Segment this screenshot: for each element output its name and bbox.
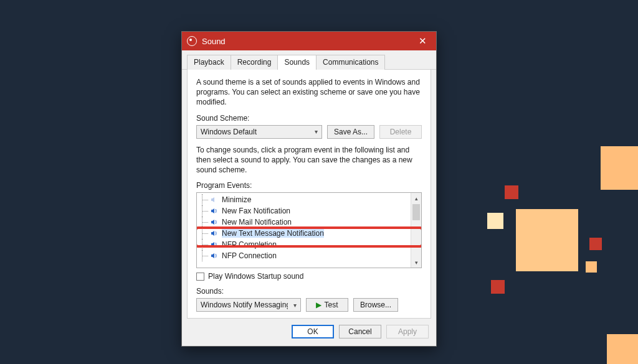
chevron-down-icon: ▾ xyxy=(293,302,297,309)
theme-description: A sound theme is a set of sounds applied… xyxy=(196,77,422,108)
button-label: Save As... xyxy=(334,128,368,136)
button-label: Browse... xyxy=(360,301,391,309)
decorative-square xyxy=(505,185,518,199)
list-item[interactable]: NFP Connection xyxy=(197,250,411,261)
scroll-up-button[interactable]: ▴ xyxy=(411,193,421,203)
button-label: Delete xyxy=(390,128,412,136)
event-label: NFP Connection xyxy=(222,251,277,260)
speaker-icon xyxy=(211,207,218,215)
decorative-square xyxy=(589,238,602,250)
button-label: Cancel xyxy=(348,327,371,336)
scheme-label: Sound Scheme: xyxy=(196,114,422,123)
scroll-thumb[interactable] xyxy=(412,204,420,220)
tab-body-sounds: A sound theme is a set of sounds applied… xyxy=(187,70,431,319)
speaker-muted-icon xyxy=(211,196,218,203)
close-button[interactable]: ✕ xyxy=(409,32,436,50)
tab-label: Communications xyxy=(323,58,378,67)
sound-file-value: Windows Notify Messaging.wav xyxy=(201,301,288,309)
sounds-label: Sounds: xyxy=(196,287,422,296)
tab-label: Sounds xyxy=(284,58,310,67)
event-label: Minimize xyxy=(222,195,251,204)
save-as-button[interactable]: Save As... xyxy=(327,125,374,139)
list-item[interactable]: Minimize xyxy=(197,194,411,205)
titlebar[interactable]: Sound ✕ xyxy=(182,32,436,50)
sound-file-combo[interactable]: Windows Notify Messaging.wav ▾ xyxy=(196,298,301,312)
tabstrip: Playback Recording Sounds Communications xyxy=(182,50,436,70)
button-label: Apply xyxy=(398,327,417,336)
app-icon xyxy=(187,36,197,46)
scheme-value: Windows Default xyxy=(201,128,257,136)
dialog-footer: OK Cancel Apply xyxy=(182,319,436,346)
decorative-square xyxy=(516,209,578,271)
speaker-icon xyxy=(211,230,218,237)
decorative-square xyxy=(586,261,597,273)
startup-sound-checkbox[interactable]: Play Windows Startup sound xyxy=(196,272,422,281)
tab-playback[interactable]: Playback xyxy=(187,55,231,70)
ok-button[interactable]: OK xyxy=(292,325,334,338)
tab-sounds[interactable]: Sounds xyxy=(277,55,317,70)
sound-dialog: Sound ✕ Playback Recording Sounds Commun… xyxy=(181,31,437,347)
scheme-combo[interactable]: Windows Default ▾ xyxy=(196,125,322,139)
list-content: Minimize New Fax Notification New Mail N… xyxy=(197,194,411,261)
decorative-square xyxy=(491,280,505,294)
decorative-square xyxy=(487,213,503,229)
scroll-down-button[interactable]: ▾ xyxy=(411,257,421,268)
close-icon: ✕ xyxy=(419,35,427,47)
event-label: New Mail Notification xyxy=(222,218,292,226)
speaker-icon xyxy=(211,252,218,259)
checkbox-label: Play Windows Startup sound xyxy=(208,272,303,281)
event-label: New Text Message Notification xyxy=(222,229,324,238)
event-label: New Fax Notification xyxy=(222,207,290,215)
list-item[interactable]: New Mail Notification xyxy=(197,217,411,228)
tab-communications[interactable]: Communications xyxy=(316,55,385,70)
button-label: Test xyxy=(324,301,338,309)
delete-button: Delete xyxy=(379,125,422,139)
list-item[interactable]: New Text Message Notification xyxy=(197,228,411,239)
checkbox-box-icon xyxy=(196,273,204,281)
event-label: NFP Completion xyxy=(222,240,277,249)
chevron-down-icon: ▾ xyxy=(315,128,318,135)
cancel-button[interactable]: Cancel xyxy=(339,325,381,338)
window-title: Sound xyxy=(202,37,409,46)
scrollbar[interactable]: ▴ ▾ xyxy=(411,193,421,268)
speaker-icon xyxy=(211,218,218,226)
events-label: Program Events: xyxy=(196,181,422,190)
program-events-listbox[interactable]: Minimize New Fax Notification New Mail N… xyxy=(196,192,422,268)
events-description: To change sounds, click a program event … xyxy=(196,145,422,175)
button-label: OK xyxy=(307,327,318,336)
list-item[interactable]: New Fax Notification xyxy=(197,205,411,217)
tab-label: Playback xyxy=(194,58,224,67)
list-item[interactable]: NFP Completion xyxy=(197,239,411,250)
apply-button: Apply xyxy=(386,325,429,338)
decorative-square xyxy=(607,334,638,364)
speaker-icon xyxy=(211,241,218,248)
tab-label: Recording xyxy=(237,58,272,67)
tab-recording[interactable]: Recording xyxy=(231,55,279,70)
decorative-square xyxy=(601,146,638,190)
play-icon: ▶ xyxy=(316,301,321,309)
browse-button[interactable]: Browse... xyxy=(353,298,398,312)
test-button[interactable]: ▶ Test xyxy=(306,298,348,312)
